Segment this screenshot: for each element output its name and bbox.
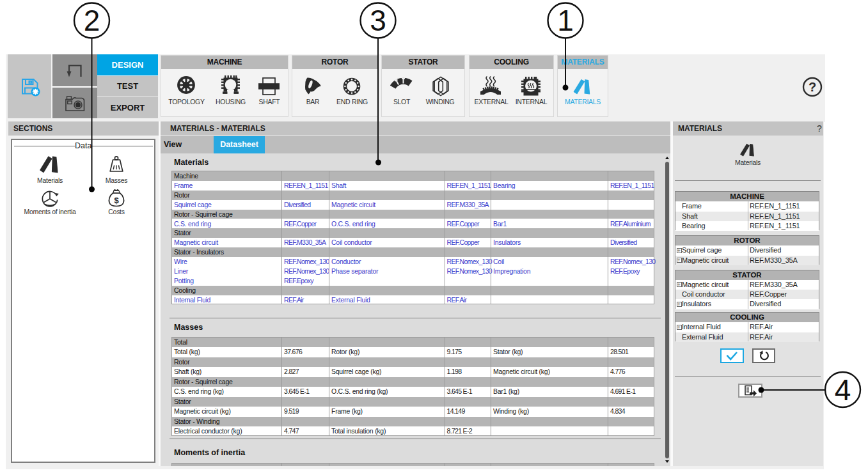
svg-text:1: 1 — [557, 4, 574, 37]
svg-text:3: 3 — [370, 4, 386, 37]
svg-text:2: 2 — [84, 4, 100, 37]
svg-text:4: 4 — [835, 373, 851, 407]
